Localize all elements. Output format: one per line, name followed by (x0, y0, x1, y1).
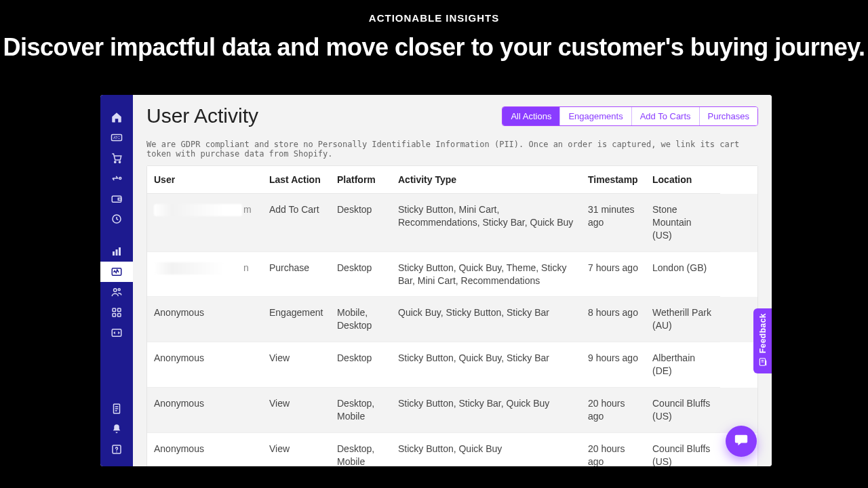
filter-purchases[interactable]: Purchases (700, 107, 757, 125)
nav-wallet-icon[interactable] (100, 188, 133, 209)
filter-engagements[interactable]: Engagements (560, 107, 631, 125)
cell-platform: Desktop (330, 252, 391, 298)
cell-location: Council Bluffs (US) (646, 433, 720, 466)
svg-point-12 (114, 289, 117, 292)
nav-target-icon[interactable] (100, 209, 133, 229)
cell-location: Stone Mountain (US) (646, 194, 720, 252)
svg-rect-8 (113, 251, 115, 256)
cell-timestamp: 31 minutes ago (581, 194, 646, 252)
cell-last-action: View (262, 342, 330, 388)
cell-platform: Desktop (330, 194, 391, 252)
svg-point-3 (119, 161, 120, 163)
cell-last-action: Engagement (262, 297, 330, 342)
svg-rect-10 (119, 247, 121, 256)
col-activity-type: Activity Type (391, 166, 581, 194)
nav-users-icon[interactable] (100, 282, 133, 302)
redacted-user-tail: m (243, 204, 252, 215)
content-area: User Activity All Actions Engagements Ad… (133, 95, 772, 466)
nav-atc-icon[interactable]: ATC (100, 127, 133, 148)
cell-platform: Mobile, Desktop (330, 297, 391, 342)
cell-timestamp: 7 hours ago (581, 252, 646, 298)
screenshot-frame: ATC User Activity All Actions Engag (100, 95, 772, 466)
cell-platform: Desktop (330, 342, 391, 388)
feedback-icon (758, 357, 768, 369)
table-header: User Last Action Platform Activity Type … (147, 166, 757, 194)
table-row[interactable]: AnonymousEngagementMobile, DesktopQuick … (147, 297, 757, 342)
cell-platform: Desktop, Mobile (330, 433, 391, 466)
svg-rect-15 (118, 308, 121, 312)
svg-rect-14 (113, 308, 116, 312)
table-row[interactable]: AnonymousViewDesktopSticky Button, Quick… (147, 342, 757, 388)
action-type-filter: All Actions Engagements Add To Carts Pur… (502, 106, 758, 126)
cell-activity-type: Sticky Button, Sticky Bar, Quick Buy (391, 388, 581, 433)
nav-analytics-icon[interactable] (100, 241, 133, 262)
cell-activity-type: Sticky Button, Mini Cart, Recommendation… (391, 194, 581, 252)
cell-activity-type: Sticky Button, Quick Buy, Sticky Bar (391, 342, 581, 388)
activity-table: User Last Action Platform Activity Type … (146, 165, 758, 466)
feedback-label: Feedback (758, 313, 768, 353)
nav-docs-icon[interactable] (100, 399, 133, 419)
svg-point-4 (119, 178, 121, 180)
cell-location: Wetherill Park (AU) (646, 297, 720, 342)
cell-timestamp: 8 hours ago (581, 297, 646, 342)
cell-platform: Desktop, Mobile (330, 388, 391, 433)
filter-add-to-carts[interactable]: Add To Carts (632, 107, 700, 125)
nav-quickbuy-icon[interactable] (100, 168, 133, 188)
nav-cart-icon[interactable] (100, 148, 133, 168)
col-location: Location (646, 166, 720, 194)
cell-user: n (147, 252, 262, 298)
cell-timestamp: 20 hours ago (581, 433, 646, 466)
chat-icon (734, 432, 749, 450)
svg-rect-17 (118, 314, 121, 317)
cell-timestamp: 20 hours ago (581, 388, 646, 433)
cell-location: Alberthain (DE) (646, 342, 720, 388)
nav-home-icon[interactable] (100, 107, 133, 127)
cell-activity-type: Sticky Button, Quick Buy (391, 433, 581, 466)
cell-user: Anonymous (147, 388, 262, 433)
cell-activity-type: Quick Buy, Sticky Button, Sticky Bar (391, 297, 581, 342)
svg-rect-5 (112, 196, 121, 202)
svg-rect-9 (116, 249, 118, 256)
cell-user: Anonymous (147, 297, 262, 342)
cell-location: London (GB) (646, 252, 720, 298)
chat-fab[interactable] (726, 426, 757, 457)
table-row[interactable]: AnonymousViewDesktop, MobileSticky Butto… (147, 388, 757, 433)
cell-last-action: View (262, 433, 330, 466)
table-row[interactable]: AnonymousViewDesktop, MobileSticky Butto… (147, 433, 757, 466)
cell-user: m (147, 194, 262, 252)
cell-user: Anonymous (147, 433, 262, 466)
col-platform: Platform (330, 166, 391, 194)
nav-embed-icon[interactable] (100, 323, 133, 343)
table-row[interactable]: nPurchaseDesktopSticky Button, Quick Buy… (147, 252, 757, 298)
svg-point-13 (118, 289, 120, 291)
col-timestamp: Timestamp (581, 166, 646, 194)
cell-timestamp: 9 hours ago (581, 342, 646, 388)
col-user: User (147, 166, 262, 194)
svg-rect-6 (118, 198, 121, 200)
redacted-user-tail: n (243, 262, 249, 273)
svg-text:ATC: ATC (113, 136, 120, 140)
cell-location: Council Bluffs (US) (646, 388, 720, 433)
cell-last-action: Add To Cart (262, 194, 330, 252)
nav-apps-icon[interactable] (100, 302, 133, 323)
redacted-user (154, 204, 242, 216)
filter-all-actions[interactable]: All Actions (502, 107, 560, 125)
nav-help-icon[interactable] (100, 439, 133, 460)
hero-headline: Discover impactful data and move closer … (0, 33, 868, 62)
page-title: User Activity (146, 104, 258, 127)
nav-activity-icon[interactable] (100, 262, 133, 282)
redacted-user (154, 262, 242, 274)
cell-user: Anonymous (147, 342, 262, 388)
table-row[interactable]: mAdd To CartDesktopSticky Button, Mini C… (147, 194, 757, 252)
svg-rect-16 (113, 314, 116, 317)
cell-activity-type: Sticky Button, Quick Buy, Theme, Sticky … (391, 252, 581, 298)
nav-notifications-icon[interactable] (100, 419, 133, 439)
feedback-tab[interactable]: Feedback (753, 308, 772, 373)
svg-point-2 (115, 161, 116, 163)
sidebar: ATC (100, 95, 133, 466)
hero-eyebrow: ACTIONABLE INSIGHTS (0, 0, 868, 24)
cell-last-action: View (262, 388, 330, 433)
col-last-action: Last Action (262, 166, 330, 194)
compliance-note: We are GDPR compliant and store no Perso… (146, 140, 758, 159)
cell-last-action: Purchase (262, 252, 330, 298)
